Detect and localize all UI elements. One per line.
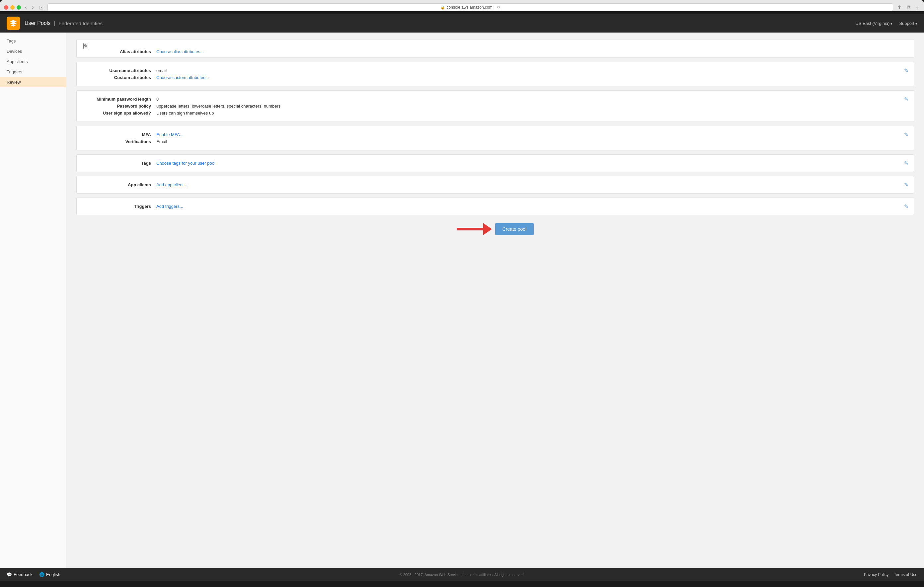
feedback-label: Feedback bbox=[13, 572, 33, 577]
alias-attributes-card: ✎ Alias attributes Choose alias attribut… bbox=[76, 39, 914, 58]
password-policy-edit-button[interactable]: ✎ bbox=[904, 96, 908, 102]
sidebar-item-review[interactable]: Review bbox=[0, 77, 66, 87]
footer-right: Privacy Policy Terms of Use bbox=[864, 572, 917, 577]
nav-title: User Pools | Federated Identities bbox=[25, 20, 102, 26]
custom-attributes-row: Custom attributes Choose custom attribut… bbox=[83, 75, 897, 80]
password-policy-row: Password policy uppercase letters, lower… bbox=[83, 104, 897, 109]
sidebar-toggle-button[interactable]: ⊡ bbox=[38, 4, 45, 11]
browser-chrome: ‹ › ⊡ 🔒 console.aws.amazon.com ↻ ⬆ ⧉ + bbox=[0, 0, 924, 11]
username-attributes-value: email bbox=[156, 68, 167, 73]
sidebar-item-devices[interactable]: Devices bbox=[0, 46, 66, 56]
app-window: User Pools | Federated Identities US Eas… bbox=[0, 14, 924, 581]
password-policy-label: Password policy bbox=[83, 104, 156, 109]
app-clients-label: App clients bbox=[83, 182, 156, 187]
nav-right: US East (Virginia) Support bbox=[855, 21, 917, 26]
tags-card: ✎ Tags Choose tags for your user pool bbox=[76, 154, 914, 172]
alias-attributes-edit-button[interactable]: ✎ bbox=[83, 43, 88, 49]
username-attributes-row: Username attributes email bbox=[83, 68, 897, 73]
tags-row: Tags Choose tags for your user pool bbox=[83, 161, 897, 166]
fullscreen-button[interactable] bbox=[16, 5, 21, 10]
red-arrow bbox=[457, 223, 492, 235]
traffic-lights bbox=[4, 5, 21, 10]
triggers-edit-button[interactable]: ✎ bbox=[904, 203, 908, 210]
mfa-label: MFA bbox=[83, 132, 156, 137]
forward-button[interactable]: › bbox=[31, 4, 35, 11]
verifications-label: Verifications bbox=[83, 139, 156, 144]
verifications-row: Verifications Email bbox=[83, 139, 897, 144]
user-pools-link[interactable]: User Pools bbox=[25, 20, 50, 26]
create-pool-section: Create pool bbox=[76, 223, 914, 235]
duplicate-button[interactable]: ⧉ bbox=[906, 4, 912, 11]
privacy-policy-link[interactable]: Privacy Policy bbox=[864, 572, 889, 577]
mfa-row: MFA Enable MFA... bbox=[83, 132, 897, 137]
arrow-shaft bbox=[457, 228, 483, 230]
reload-button[interactable]: ↻ bbox=[497, 5, 500, 10]
mfa-edit-button[interactable]: ✎ bbox=[904, 131, 908, 138]
tags-edit-button[interactable]: ✎ bbox=[904, 160, 908, 166]
app-clients-row: App clients Add app client... bbox=[83, 182, 897, 187]
tags-value[interactable]: Choose tags for your user pool bbox=[156, 161, 215, 166]
tags-label: Tags bbox=[83, 161, 156, 166]
verifications-value: Email bbox=[156, 139, 167, 144]
username-attributes-card: ✎ Username attributes email Custom attri… bbox=[76, 62, 914, 86]
browser-toolbar: ‹ › ⊡ 🔒 console.aws.amazon.com ↻ ⬆ ⧉ + bbox=[4, 3, 920, 11]
back-button[interactable]: ‹ bbox=[23, 4, 28, 11]
triggers-card: ✎ Triggers Add triggers... bbox=[76, 198, 914, 215]
main-content: ✎ Alias attributes Choose alias attribut… bbox=[66, 33, 924, 568]
user-signups-row: User sign ups allowed? Users can sign th… bbox=[83, 111, 897, 116]
footer-left: 💬 Feedback 🌐 English bbox=[7, 572, 60, 577]
main-layout: Tags Devices App clients Triggers Review… bbox=[0, 33, 924, 568]
app-clients-value[interactable]: Add app client... bbox=[156, 182, 187, 187]
minimize-button[interactable] bbox=[10, 5, 15, 10]
language-selector[interactable]: 🌐 English bbox=[39, 572, 60, 577]
mfa-value[interactable]: Enable MFA... bbox=[156, 132, 183, 137]
user-signups-value: Users can sign themselves up bbox=[156, 111, 214, 116]
lock-icon: 🔒 bbox=[441, 5, 445, 10]
new-tab-button[interactable]: + bbox=[914, 4, 920, 11]
password-policy-card: ✎ Minimum password length 8 Password pol… bbox=[76, 90, 914, 122]
sidebar-item-app-clients[interactable]: App clients bbox=[0, 56, 66, 67]
app-clients-edit-button[interactable]: ✎ bbox=[904, 182, 908, 188]
triggers-value[interactable]: Add triggers... bbox=[156, 204, 183, 209]
aws-cube-icon bbox=[9, 19, 17, 27]
alias-attributes-value[interactable]: Choose alias attributes... bbox=[156, 49, 204, 54]
sidebar-item-triggers[interactable]: Triggers bbox=[0, 67, 66, 77]
arrow-head bbox=[483, 223, 492, 235]
username-attributes-edit-button[interactable]: ✎ bbox=[904, 68, 908, 74]
user-signups-label: User sign ups allowed? bbox=[83, 111, 156, 116]
sidebar-item-tags[interactable]: Tags bbox=[0, 36, 66, 46]
app-clients-card: ✎ App clients Add app client... bbox=[76, 176, 914, 193]
feedback-icon: 💬 bbox=[7, 572, 12, 577]
feedback-button[interactable]: 💬 Feedback bbox=[7, 572, 33, 577]
password-policy-value: uppercase letters, lowercase letters, sp… bbox=[156, 104, 280, 109]
top-nav: User Pools | Federated Identities US Eas… bbox=[0, 14, 924, 33]
triggers-row: Triggers Add triggers... bbox=[83, 204, 897, 209]
share-button[interactable]: ⬆ bbox=[896, 4, 903, 11]
federated-identities-link[interactable]: Federated Identities bbox=[58, 21, 102, 26]
terms-of-use-link[interactable]: Terms of Use bbox=[894, 572, 917, 577]
footer-copyright: © 2008 - 2017, Amazon Web Services, Inc.… bbox=[60, 573, 864, 577]
custom-attributes-label: Custom attributes bbox=[83, 75, 156, 80]
globe-icon: 🌐 bbox=[39, 572, 45, 577]
create-pool-button[interactable]: Create pool bbox=[495, 223, 534, 235]
triggers-label: Triggers bbox=[83, 204, 156, 209]
min-password-row: Minimum password length 8 bbox=[83, 97, 897, 102]
support-menu[interactable]: Support bbox=[899, 21, 917, 26]
min-password-value: 8 bbox=[156, 97, 158, 102]
alias-attributes-label: Alias attributes bbox=[83, 49, 156, 54]
footer: 💬 Feedback 🌐 English © 2008 - 2017, Amaz… bbox=[0, 568, 924, 581]
min-password-label: Minimum password length bbox=[83, 97, 156, 102]
sidebar: Tags Devices App clients Triggers Review bbox=[0, 33, 66, 568]
region-selector[interactable]: US East (Virginia) bbox=[855, 21, 893, 26]
nav-separator: | bbox=[54, 20, 55, 26]
close-button[interactable] bbox=[4, 5, 8, 10]
url-text: console.aws.amazon.com bbox=[447, 5, 493, 10]
custom-attributes-value[interactable]: Choose custom attributes... bbox=[156, 75, 209, 80]
language-label: English bbox=[46, 572, 60, 577]
arrow-indicator bbox=[457, 223, 492, 235]
aws-logo bbox=[7, 17, 20, 30]
username-attributes-label: Username attributes bbox=[83, 68, 156, 73]
mfa-card: ✎ MFA Enable MFA... Verifications Email bbox=[76, 126, 914, 150]
address-bar[interactable]: 🔒 console.aws.amazon.com ↻ bbox=[48, 3, 893, 11]
